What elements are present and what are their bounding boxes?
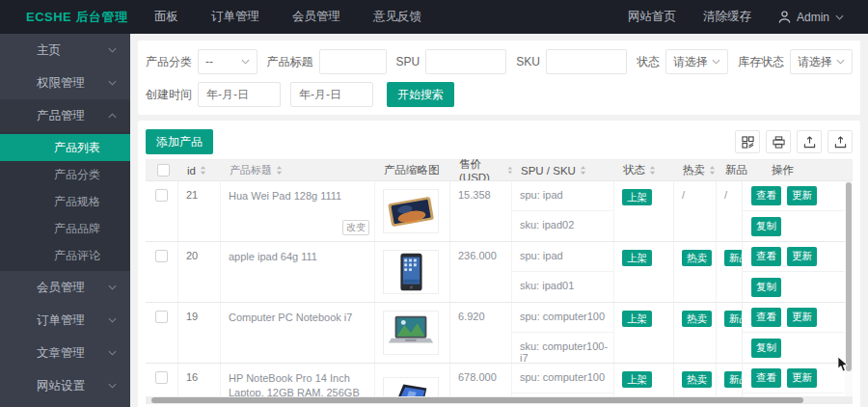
category-select[interactable]: -- (198, 49, 258, 74)
copy-button[interactable]: 复制 (751, 278, 781, 297)
main-content: 产品分类 -- 产品标题 SPU SKU 状态 请选择 库存状态 请选择 创建时 (130, 34, 868, 407)
export-icon[interactable] (797, 130, 822, 153)
menu-members[interactable]: 会员管理 (292, 9, 340, 25)
spu-label: SPU (396, 55, 420, 68)
update-button[interactable]: 更新 (787, 247, 817, 266)
date-end-input[interactable] (290, 82, 373, 107)
row-checkbox[interactable] (155, 250, 168, 262)
sidebar-item-articles[interactable]: 文章管理 (0, 337, 130, 369)
hot-badge: 热卖 (682, 250, 712, 266)
table-header: id 产品标题 产品缩略图 售价(USD) SPU / SKU 状态 热卖 新品… (146, 159, 853, 180)
clear-cache-link[interactable]: 清除缓存 (703, 9, 751, 25)
cell-hot: 热卖 (674, 303, 717, 363)
select-all-checkbox[interactable] (147, 160, 179, 180)
menu-dashboard[interactable]: 面板 (154, 9, 178, 25)
status-select[interactable]: 请选择 (665, 49, 728, 74)
cell-spu-sku: spu: computer100 sku: computer100-i7 (512, 303, 614, 363)
update-button[interactable]: 更新 (787, 186, 817, 205)
row-checkbox[interactable] (155, 371, 168, 384)
stock-status-select[interactable]: 请选择 (790, 49, 853, 74)
sidebar: 主页 权限管理 产品管理 产品列表 产品分类 产品规格 产品品牌 产品评论 会员… (0, 34, 130, 407)
spu-input[interactable] (425, 49, 506, 74)
user-dropdown[interactable]: Admin (778, 11, 844, 24)
cell-id: 21 (178, 181, 221, 241)
sidebar-item-orders[interactable]: 订单管理 (0, 304, 130, 337)
site-home-link[interactable]: 网站首页 (628, 9, 676, 25)
cell-title: Computer PC Notebook i7 (221, 303, 375, 363)
header-hot[interactable]: 热卖 (675, 160, 718, 180)
columns-filter-icon[interactable] (735, 130, 760, 153)
cell-price: 6.920 (450, 303, 512, 363)
row-checkbox-cell (146, 364, 178, 396)
menu-orders[interactable]: 订单管理 (211, 9, 259, 25)
sku-value: sku: computer100-i7 (512, 333, 613, 363)
sidebar-item-label: 主页 (37, 42, 61, 59)
vertical-scrollbar-thumb[interactable] (846, 182, 852, 371)
menu-feedback[interactable]: 意见反馈 (373, 9, 421, 25)
sku-input[interactable] (546, 49, 627, 74)
product-image-laptop-angled[interactable] (383, 377, 439, 396)
sidebar-item-home[interactable]: 主页 (0, 34, 130, 67)
sidebar-item-label: 订单管理 (37, 312, 85, 329)
cell-hot: / (674, 181, 717, 241)
header-thumbnail: 产品缩略图 (376, 160, 451, 180)
date-start-input[interactable] (198, 82, 281, 107)
sku-value: sku: ipad02 (512, 211, 613, 241)
sidebar-item-product-reviews[interactable]: 产品评论 (0, 242, 130, 269)
add-product-button[interactable]: 添加产品 (146, 129, 213, 154)
sidebar-item-product-list[interactable]: 产品列表 (0, 134, 130, 161)
header-status[interactable]: 状态 (615, 160, 675, 180)
header-price[interactable]: 售价(USD) (451, 160, 513, 180)
actions-row: 查看 更新 复制 (743, 364, 844, 396)
sidebar-item-products[interactable]: 产品管理 (0, 99, 130, 132)
sidebar-item-label: 会员管理 (37, 280, 85, 296)
sidebar-item-label: 网站设置 (37, 378, 85, 394)
cell-hot: 热卖 (674, 242, 717, 302)
horizontal-scrollbar-thumb[interactable] (151, 397, 803, 403)
header-label: 状态 (623, 163, 645, 177)
view-button[interactable]: 查看 (751, 308, 781, 327)
cell-title: apple ipad 64g 111 (221, 242, 375, 302)
view-button[interactable]: 查看 (751, 186, 781, 205)
product-image-laptop-open[interactable] (383, 311, 439, 355)
sidebar-item-product-brands[interactable]: 产品品牌 (0, 215, 130, 242)
cell-id: 19 (178, 303, 221, 363)
view-button[interactable]: 查看 (751, 368, 781, 388)
sidebar-item-product-categories[interactable]: 产品分类 (0, 161, 130, 188)
hot-badge: 热卖 (682, 371, 712, 388)
header-label: 新品 (725, 163, 747, 177)
row-checkbox[interactable] (155, 311, 168, 323)
sidebar-item-members[interactable]: 会员管理 (0, 271, 130, 304)
cell-price: 678.000 (450, 364, 512, 396)
print-icon[interactable] (766, 130, 791, 153)
view-button[interactable]: 查看 (751, 247, 781, 266)
table-toolbar: 添加产品 (146, 126, 853, 157)
cell-status: 上架 (614, 303, 674, 363)
product-image-tablet-front[interactable] (383, 250, 439, 294)
user-icon (778, 11, 791, 23)
copy-button[interactable]: 复制 (751, 217, 781, 236)
header-label: 操作 (772, 163, 794, 177)
sidebar-item-site-settings[interactable]: 网站设置 (0, 369, 130, 402)
header-title[interactable]: 产品标题 (222, 160, 376, 180)
sidebar-item-product-specs[interactable]: 产品规格 (0, 188, 130, 215)
sidebar-item-permissions[interactable]: 权限管理 (0, 67, 130, 99)
header-actions: 操作 (756, 160, 852, 180)
main-menu: 面板 订单管理 会员管理 意见反馈 (154, 9, 421, 25)
header-id[interactable]: id (179, 160, 222, 180)
title-input[interactable] (319, 49, 387, 74)
actions-row: 查看 更新 复制 (743, 181, 844, 242)
actions-row: 查看 更新 复制 (743, 303, 844, 364)
copy-button[interactable]: 复制 (751, 339, 781, 358)
sort-icon (200, 165, 206, 176)
product-image-tablet-angled[interactable] (383, 189, 439, 233)
update-button[interactable]: 更新 (787, 308, 817, 327)
brand-logo[interactable]: ECSHE 后台管理 (0, 9, 130, 26)
sidebar-item-label: 权限管理 (37, 75, 85, 92)
sku-value: sku: ipad01 (512, 272, 613, 302)
update-button[interactable]: 更新 (787, 368, 817, 388)
header-spu-sku[interactable]: SPU / SKU (513, 160, 615, 180)
row-checkbox[interactable] (155, 189, 168, 202)
export-icon[interactable] (827, 130, 853, 153)
search-button[interactable]: 开始搜索 (387, 82, 454, 107)
